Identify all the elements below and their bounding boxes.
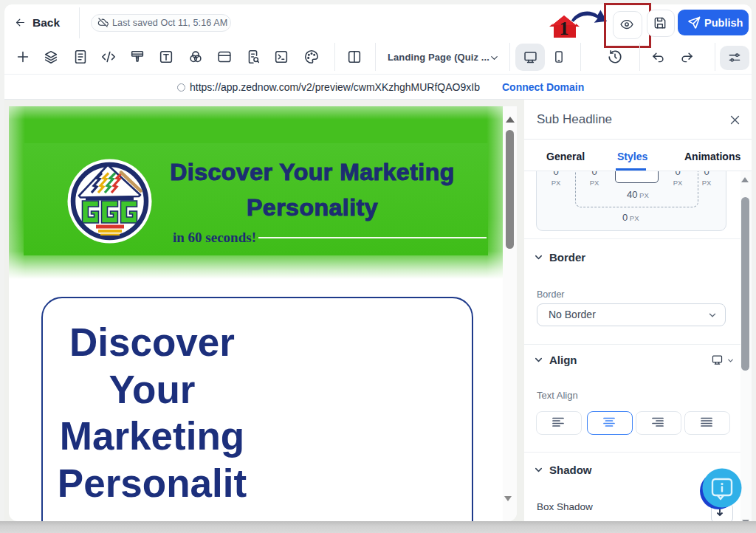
svg-text:1: 1 <box>560 18 569 38</box>
